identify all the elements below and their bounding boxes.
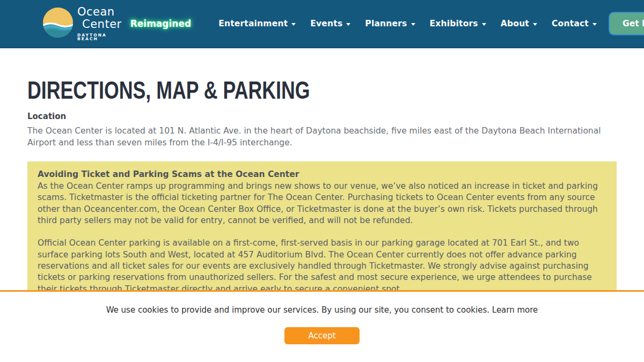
nav-item-contact[interactable]: Contact xyxy=(552,13,597,34)
logo-word-ocean: Ocean xyxy=(77,6,122,18)
top-navbar: Ocean Center DAYTONA BEACH Reimagined En… xyxy=(0,0,644,48)
chevron-down-icon xyxy=(482,23,486,26)
nav-item-planners[interactable]: Planners xyxy=(365,13,415,34)
reimagined-badge: Reimagined xyxy=(130,18,191,29)
nav-item-about[interactable]: About xyxy=(501,13,537,34)
chevron-down-icon xyxy=(291,23,296,26)
chevron-down-icon xyxy=(533,23,537,26)
logo-word-center: Center xyxy=(82,19,122,30)
learn-more-link[interactable]: Learn more xyxy=(492,305,538,315)
notice-paragraph: As the Ocean Center ramps up programming… xyxy=(38,181,606,227)
chevron-down-icon xyxy=(592,23,597,26)
cookie-message: We use cookies to provide and improve ou… xyxy=(0,305,644,316)
sun-wave-icon xyxy=(43,8,73,40)
get-event-updates-button[interactable]: Get Event Updates xyxy=(609,12,644,35)
chevron-down-icon xyxy=(411,23,415,26)
chevron-down-icon xyxy=(346,23,350,26)
notice-paragraph: Official Ocean Center parking is availab… xyxy=(38,238,606,295)
nav-item-entertainment[interactable]: Entertainment xyxy=(218,13,296,34)
notice-title: Avoiding Ticket and Parking Scams at the… xyxy=(38,169,606,180)
logo-tagline: DAYTONA BEACH xyxy=(77,33,122,41)
cookie-consent-bar: We use cookies to provide and improve ou… xyxy=(0,290,644,362)
page-title: DIRECTIONS, MAP & PARKING xyxy=(27,77,310,102)
location-paragraph: The Ocean Center is located at 101 N. At… xyxy=(27,125,617,149)
main-navigation: Entertainment Events Planners Exhibitors… xyxy=(204,13,597,34)
accept-cookies-button[interactable]: Accept xyxy=(284,327,360,344)
location-heading: Location xyxy=(27,112,617,121)
nav-item-exhibitors[interactable]: Exhibitors xyxy=(430,13,486,34)
nav-item-events[interactable]: Events xyxy=(310,13,350,34)
ocean-center-logo[interactable]: Ocean Center DAYTONA BEACH xyxy=(43,6,122,41)
